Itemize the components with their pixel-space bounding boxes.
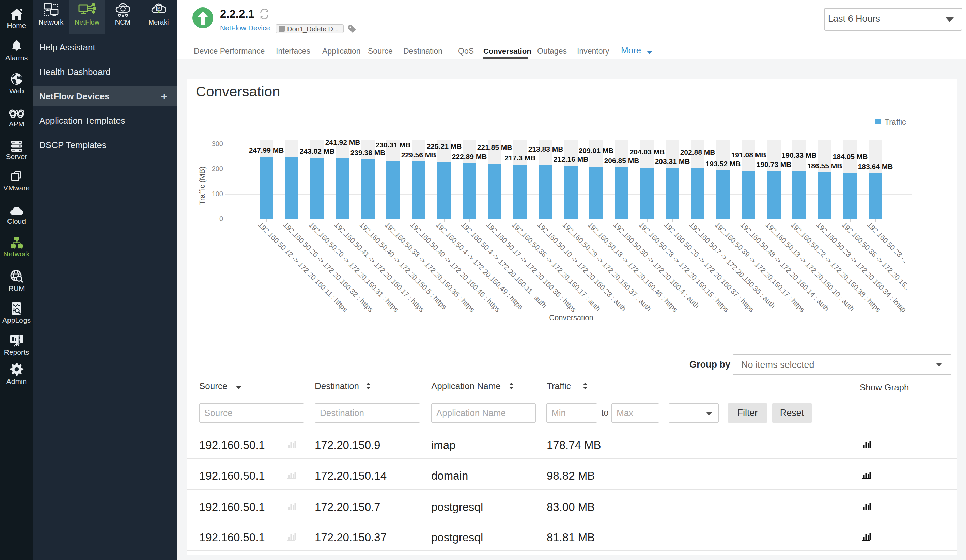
- svg-text:M: M: [157, 6, 161, 10]
